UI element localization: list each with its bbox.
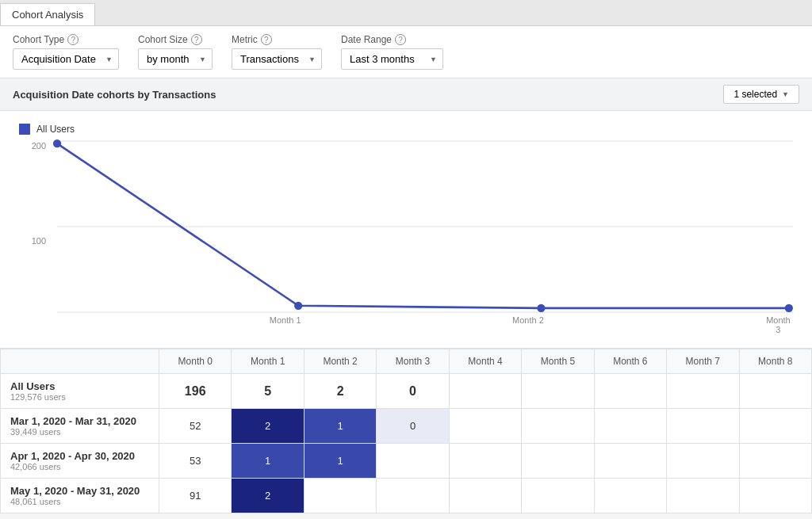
cell-value: 0 <box>409 384 416 398</box>
controls-bar: Cohort Type ? Acquisition Date Cohort Si… <box>0 26 812 78</box>
svg-point-3 <box>53 139 61 147</box>
data-cell <box>594 479 666 513</box>
cell-value: 2 <box>337 384 344 398</box>
data-cell: 5 <box>232 374 304 409</box>
data-cell <box>522 409 594 444</box>
legend-color-swatch <box>19 124 30 135</box>
data-cell <box>594 374 666 409</box>
col-header-month7: Month 7 <box>667 349 739 374</box>
cohort-type-select-wrapper[interactable]: Acquisition Date <box>13 48 119 70</box>
metric-label: Metric ? <box>232 34 322 45</box>
cohort-size-group: Cohort Size ? by month by week by day <box>138 34 213 70</box>
data-cell <box>667 479 739 513</box>
data-cell <box>522 444 594 479</box>
cohort-type-label: Cohort Type ? <box>13 34 119 45</box>
metric-help-icon[interactable]: ? <box>261 34 272 45</box>
data-cell: 0 <box>377 374 449 409</box>
data-cell <box>522 374 594 409</box>
metric-select-wrapper[interactable]: Transactions Revenue <box>232 48 322 70</box>
legend-label: All Users <box>36 124 75 135</box>
row-name: All Users <box>10 380 149 392</box>
chart-container: 200 100 Month 1 Month 2 Mo <box>19 141 793 331</box>
data-table-wrapper: Month 0 Month 1 Month 2 Month 3 Month 4 … <box>0 349 812 513</box>
y-label-100: 100 <box>32 236 46 246</box>
chart-legend: All Users <box>19 124 793 135</box>
row-name: May 1, 2020 - May 31, 2020 <box>10 485 149 497</box>
col-header-month1: Month 1 <box>232 349 304 374</box>
cohort-type-select[interactable]: Acquisition Date <box>13 48 119 70</box>
chart-svg-container <box>57 141 793 312</box>
x-label-month2: Month 2 <box>512 315 544 325</box>
row-sub: 48,061 users <box>10 497 149 506</box>
date-range-select[interactable]: Last 3 months Last 6 months Last 12 mont… <box>341 48 443 70</box>
date-range-help-icon[interactable]: ? <box>395 34 406 45</box>
row-name: Mar 1, 2020 - Mar 31, 2020 <box>10 415 149 427</box>
col-header-month3: Month 3 <box>377 349 449 374</box>
data-cell: 53 <box>159 444 232 479</box>
data-cell <box>522 479 594 513</box>
data-cell <box>667 409 739 444</box>
table-row: May 1, 2020 - May 31, 202048,061 users91… <box>1 479 812 513</box>
row-label-cell: All Users129,576 users <box>1 374 159 409</box>
metric-group: Metric ? Transactions Revenue <box>232 34 322 70</box>
metric-select[interactable]: Transactions Revenue <box>232 48 322 70</box>
col-header-month5: Month 5 <box>522 349 594 374</box>
data-cell: 2 <box>232 479 304 513</box>
data-cell: 91 <box>159 479 232 513</box>
y-axis: 200 100 <box>19 141 51 331</box>
data-cell <box>739 409 812 444</box>
section-title: Acquisition Date cohorts by Transactions <box>13 89 216 101</box>
row-label-cell: Mar 1, 2020 - Mar 31, 202039,449 users <box>1 409 159 444</box>
table-row: Mar 1, 2020 - Mar 31, 202039,449 users52… <box>1 409 812 444</box>
x-label-month1: Month 1 <box>270 315 301 325</box>
x-axis: Month 1 Month 2 Month 3 <box>57 315 793 331</box>
table-row: Apr 1, 2020 - Apr 30, 202042,066 users53… <box>1 444 812 479</box>
cohort-size-label: Cohort Size ? <box>138 34 213 45</box>
date-range-label: Date Range ? <box>341 34 443 45</box>
row-label-cell: Apr 1, 2020 - Apr 30, 202042,066 users <box>1 444 159 479</box>
data-cell: 1 <box>304 409 376 444</box>
svg-point-4 <box>294 302 302 310</box>
x-label-month3: Month 3 <box>766 315 791 334</box>
cell-value: 196 <box>185 384 206 398</box>
data-cell: 196 <box>159 374 232 409</box>
cohort-size-select-wrapper[interactable]: by month by week by day <box>138 48 213 70</box>
col-header-month8: Month 8 <box>739 349 812 374</box>
data-cell: 2 <box>304 374 376 409</box>
cohort-size-help-icon[interactable]: ? <box>191 34 202 45</box>
line-chart-svg <box>57 141 793 312</box>
data-cell: 0 <box>377 409 449 444</box>
cohort-analysis-tab[interactable]: Cohort Analysis <box>0 3 95 25</box>
data-cell: 1 <box>232 444 304 479</box>
data-cell <box>739 444 812 479</box>
date-range-select-wrapper[interactable]: Last 3 months Last 6 months Last 12 mont… <box>341 48 443 70</box>
tab-bar: Cohort Analysis <box>0 0 812 26</box>
cohort-size-select[interactable]: by month by week by day <box>138 48 213 70</box>
col-header-label <box>1 349 159 374</box>
data-cell <box>449 479 521 513</box>
data-cell <box>594 409 666 444</box>
row-name: Apr 1, 2020 - Apr 30, 2020 <box>10 450 149 462</box>
data-cell <box>377 444 449 479</box>
data-cell <box>739 479 812 513</box>
y-label-200: 200 <box>32 141 46 151</box>
chart-area: All Users 200 100 <box>0 111 812 349</box>
data-cell <box>667 374 739 409</box>
data-cell <box>667 444 739 479</box>
data-cell <box>449 374 521 409</box>
data-cell <box>377 479 449 513</box>
col-header-month6: Month 6 <box>594 349 666 374</box>
data-cell <box>449 409 521 444</box>
cohort-table: Month 0 Month 1 Month 2 Month 3 Month 4 … <box>0 349 812 513</box>
row-sub: 129,576 users <box>10 392 149 402</box>
table-row: All Users129,576 users196520 <box>1 374 812 409</box>
table-header-row: Month 0 Month 1 Month 2 Month 3 Month 4 … <box>1 349 812 374</box>
selected-button[interactable]: 1 selected <box>723 85 799 104</box>
data-cell <box>449 444 521 479</box>
col-header-month4: Month 4 <box>449 349 521 374</box>
data-cell: 52 <box>159 409 232 444</box>
cohort-type-help-icon[interactable]: ? <box>67 34 79 45</box>
data-cell: 1 <box>304 444 376 479</box>
date-range-group: Date Range ? Last 3 months Last 6 months… <box>341 34 443 70</box>
row-sub: 42,066 users <box>10 462 149 471</box>
